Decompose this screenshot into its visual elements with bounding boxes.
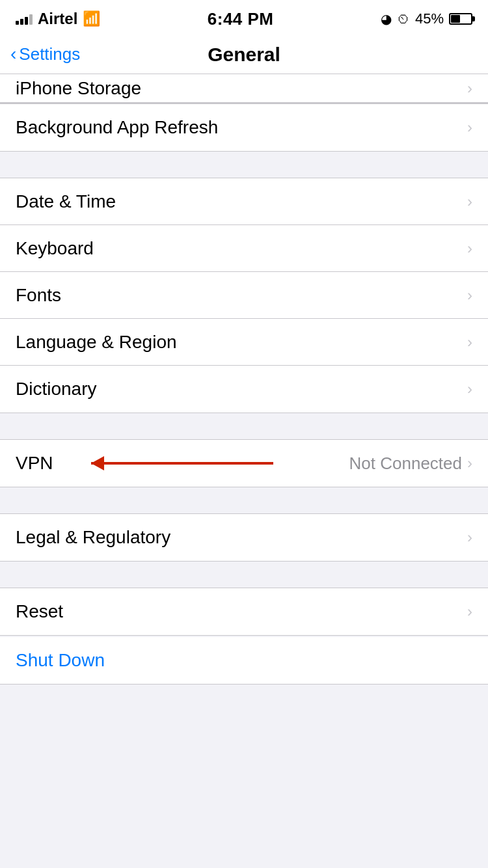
iphone-storage-group: iPhone Storage › [0,74,488,103]
battery-pct: 45% [415,10,444,27]
chevron-right-icon: › [467,239,472,258]
shut-down-item[interactable]: Shut Down [0,637,488,684]
dictionary-right: › [467,380,472,398]
date-time-label: Date & Time [16,191,116,212]
chevron-right-icon: › [467,528,472,547]
chevron-right-icon: › [467,333,472,351]
date-time-item[interactable]: Date & Time › [0,178,488,225]
section-divider-2 [0,413,488,439]
carrier-label: Airtel [38,10,77,28]
language-region-item[interactable]: Language & Region › [0,319,488,366]
fonts-item[interactable]: Fonts › [0,272,488,319]
chevron-right-icon: › [467,79,472,98]
battery-icon [449,13,472,25]
section-divider-4 [0,562,488,588]
back-label: Settings [19,44,80,64]
keyboard-label: Keyboard [16,238,94,259]
chevron-right-icon: › [467,603,472,621]
status-left: Airtel 📶 [16,10,100,28]
chevron-right-icon: › [467,193,472,211]
vpn-arrow-annotation [85,447,293,480]
vpn-status: Not Connected [349,454,462,474]
alarm-icon: ⏲ [397,12,410,27]
section-divider-3 [0,487,488,513]
group-background: Background App Refresh › [0,103,488,152]
wifi-icon: 📶 [83,10,100,27]
date-time-right: › [467,193,472,211]
svg-marker-1 [91,456,104,470]
iphone-storage-right: › [467,79,472,98]
chevron-right-icon: › [467,454,472,472]
keyboard-right: › [467,239,472,258]
language-region-right: › [467,333,472,351]
group-vpn: VPN Not Connected › [0,439,488,487]
location-icon: ◕ [381,11,392,27]
shut-down-label: Shut Down [16,650,105,671]
status-time: 6:44 PM [208,9,274,29]
fonts-label: Fonts [16,285,61,306]
background-app-refresh-item[interactable]: Background App Refresh › [0,104,488,151]
language-region-label: Language & Region [16,332,177,353]
legal-regulatory-label: Legal & Regulatory [16,527,170,548]
iphone-storage-label: iPhone Storage [16,78,141,99]
reset-item[interactable]: Reset › [0,588,488,635]
chevron-right-icon: › [467,118,472,137]
vpn-label: VPN [16,453,53,474]
section-divider-1 [0,152,488,178]
chevron-right-icon: › [467,380,472,398]
back-button[interactable]: ‹ Settings [10,44,80,64]
dictionary-label: Dictionary [16,379,96,400]
chevron-right-icon: › [467,286,472,305]
background-app-refresh-label: Background App Refresh [16,117,218,138]
status-right: ◕ ⏲ 45% [381,10,472,27]
group-datetime-dict: Date & Time › Keyboard › Fonts › Languag… [0,178,488,413]
status-bar: Airtel 📶 6:44 PM ◕ ⏲ 45% [0,0,488,35]
vpn-item[interactable]: VPN Not Connected › [0,440,488,487]
reset-label: Reset [16,601,63,622]
group-shutdown: Shut Down [0,637,488,685]
signal-bars-icon [16,13,33,25]
keyboard-item[interactable]: Keyboard › [0,225,488,272]
group-reset: Reset › [0,588,488,636]
background-app-refresh-right: › [467,118,472,137]
legal-regulatory-right: › [467,528,472,547]
group-legal: Legal & Regulatory › [0,513,488,562]
dictionary-item[interactable]: Dictionary › [0,366,488,413]
page-title: General [208,44,280,66]
vpn-right: Not Connected › [349,454,472,474]
reset-right: › [467,603,472,621]
iphone-storage-item[interactable]: iPhone Storage › [0,74,488,103]
nav-bar: ‹ Settings General [0,35,488,74]
back-chevron-icon: ‹ [10,45,16,63]
legal-regulatory-item[interactable]: Legal & Regulatory › [0,514,488,561]
fonts-right: › [467,286,472,305]
